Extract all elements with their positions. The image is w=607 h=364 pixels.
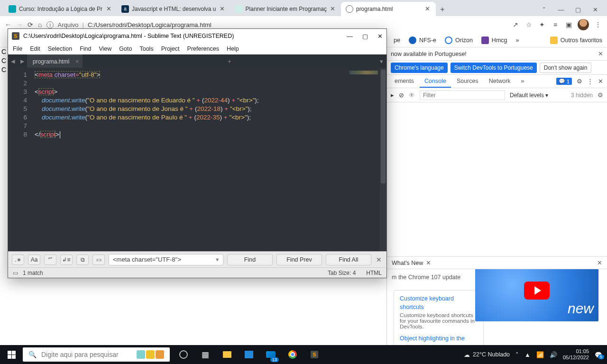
menu-selection[interactable]: Selection bbox=[48, 46, 72, 52]
close-button[interactable]: ✕ bbox=[377, 33, 383, 40]
menu-file[interactable]: File bbox=[13, 46, 22, 52]
log-levels-dropdown[interactable]: Default levels ▾ bbox=[510, 92, 548, 99]
find-highlight-toggle[interactable]: ▭ bbox=[92, 255, 105, 265]
profile-avatar[interactable] bbox=[578, 19, 589, 30]
gear-icon[interactable]: ⚙ bbox=[598, 91, 603, 99]
menu-help[interactable]: Help bbox=[227, 46, 239, 52]
menu-tools[interactable]: Tools bbox=[139, 46, 153, 52]
tray-overflow-icon[interactable]: ˄ bbox=[515, 351, 519, 358]
find-all-button[interactable]: Find All bbox=[326, 254, 371, 265]
card-link[interactable]: Object highlighting in the bbox=[400, 335, 478, 342]
extensions-icon[interactable]: ✦ bbox=[538, 21, 546, 28]
taskbar-clock[interactable]: 01:0505/12/2022 bbox=[563, 348, 589, 361]
drawer-close-icon[interactable]: ✕ bbox=[597, 259, 602, 266]
console-context-icon[interactable]: ▸ bbox=[391, 91, 394, 99]
minimize-button[interactable]: — bbox=[557, 6, 565, 13]
mail-icon[interactable]: 13 bbox=[260, 345, 282, 364]
find-close-icon[interactable]: ✕ bbox=[375, 256, 383, 264]
tab-network[interactable]: Network bbox=[484, 75, 515, 88]
whatsnew-video-thumb[interactable]: new bbox=[475, 269, 598, 321]
bookmark-orizon[interactable]: Orizon bbox=[445, 36, 473, 44]
status-language[interactable]: HTML bbox=[366, 270, 382, 276]
sublime-titlebar[interactable]: S C:\Users\rodri\Desktop\Logica\programa… bbox=[8, 29, 386, 43]
cortana-icon[interactable] bbox=[173, 345, 194, 364]
maximize-button[interactable]: ▢ bbox=[362, 33, 368, 40]
browser-tab-1[interactable]: Curso: Introdução a Lógica de Pr ✕ bbox=[4, 2, 117, 16]
browser-tab-4[interactable]: programa.html ✕ bbox=[341, 2, 436, 16]
editor-area[interactable]: 12345678 <meta charset="utf-8"> <script>… bbox=[8, 68, 386, 251]
wifi-icon[interactable]: 📶 bbox=[536, 351, 544, 358]
find-regex-toggle[interactable]: .∗ bbox=[12, 255, 24, 265]
find-history-dropdown[interactable]: ▾ bbox=[216, 256, 219, 263]
tab-console[interactable]: Console bbox=[420, 75, 451, 88]
star-icon[interactable]: ☆ bbox=[524, 21, 533, 28]
other-bookmarks[interactable]: Outros favoritos bbox=[550, 36, 602, 44]
tab-new-icon[interactable]: + bbox=[224, 55, 235, 68]
menu-project[interactable]: Project bbox=[161, 46, 180, 52]
maximize-button[interactable]: ▢ bbox=[574, 6, 582, 13]
bookmark-cut[interactable]: pe bbox=[394, 37, 400, 44]
file-explorer-icon[interactable] bbox=[216, 345, 238, 364]
status-panel-toggle[interactable]: ▭ bbox=[13, 270, 18, 276]
find-input[interactable]: <meta charset="UTF-8"> ▾ bbox=[109, 254, 223, 265]
taskview-icon[interactable]: ▦ bbox=[194, 345, 216, 364]
devtools-close-icon[interactable]: ✕ bbox=[598, 78, 603, 85]
chrome-icon[interactable] bbox=[282, 345, 304, 364]
volume-icon[interactable]: 🔊 bbox=[550, 351, 557, 358]
hidden-count[interactable]: 3 hidden bbox=[571, 92, 593, 99]
find-whole-toggle[interactable]: “” bbox=[44, 255, 56, 265]
taskbar-search[interactable]: 🔍 Digite aqui para pesquisar bbox=[23, 347, 170, 362]
menu-preferences[interactable]: Preferences bbox=[187, 46, 219, 52]
minimize-button[interactable]: — bbox=[347, 33, 353, 40]
bookmark-nfse[interactable]: NFS-e bbox=[409, 36, 436, 44]
bookmark-hmcg[interactable]: Hmcg bbox=[481, 36, 507, 44]
find-insel-toggle[interactable]: ⧉ bbox=[76, 255, 89, 265]
start-button[interactable] bbox=[0, 345, 23, 364]
tab-nav-right-icon[interactable]: ▶ bbox=[18, 55, 27, 68]
tab-close-icon[interactable]: ✕ bbox=[330, 6, 336, 12]
back-button[interactable]: ← bbox=[5, 21, 11, 28]
find-wrap-toggle[interactable]: ↲≡ bbox=[60, 255, 73, 265]
gear-icon[interactable]: ⚙ bbox=[577, 78, 582, 85]
play-icon[interactable] bbox=[524, 282, 550, 300]
store-icon[interactable] bbox=[238, 345, 260, 364]
editor-tab[interactable]: programa.html × bbox=[27, 55, 83, 68]
clear-console-icon[interactable]: ⊘ bbox=[399, 91, 404, 99]
editor-scrollbar[interactable] bbox=[380, 68, 386, 251]
switch-to-portuguese-button[interactable]: Switch DevTools to Portuguese bbox=[451, 63, 537, 73]
tab-dropdown-icon[interactable]: ▾ bbox=[376, 55, 386, 68]
dont-show-again-button[interactable]: Don't show again bbox=[540, 63, 592, 73]
kebab-icon[interactable]: ⋮ bbox=[587, 78, 593, 85]
browser-tab-3[interactable]: Planner Iniciante em Programaç ✕ bbox=[230, 2, 341, 16]
drawer-tab-close-icon[interactable]: ✕ bbox=[426, 259, 431, 266]
menu-find[interactable]: Find bbox=[80, 46, 91, 52]
tab-close-icon[interactable]: × bbox=[75, 58, 79, 65]
tab-close-icon[interactable]: ✕ bbox=[105, 6, 112, 12]
tabs-overflow[interactable]: » bbox=[516, 75, 529, 88]
console-filter-input[interactable] bbox=[420, 91, 505, 100]
menu-goto[interactable]: Goto bbox=[119, 46, 132, 52]
banner-close-icon[interactable]: ✕ bbox=[598, 50, 603, 57]
card-link[interactable]: Customize keyboard bbox=[400, 295, 478, 302]
card-link[interactable]: shortcuts bbox=[400, 304, 478, 310]
tab-sources[interactable]: Sources bbox=[452, 75, 483, 88]
address-bar[interactable]: i Arquivo | C:/Users/rodri/Desktop/Logic… bbox=[46, 21, 506, 28]
eye-icon[interactable]: 👁 bbox=[409, 92, 415, 99]
new-tab-button[interactable]: + bbox=[436, 3, 449, 16]
status-tabsize[interactable]: Tab Size: 4 bbox=[328, 270, 356, 276]
onedrive-icon[interactable]: ▲ bbox=[524, 351, 531, 358]
close-button[interactable]: ✕ bbox=[591, 6, 599, 13]
action-center-icon[interactable]: 💬5 bbox=[595, 351, 602, 358]
share-icon[interactable]: ↗ bbox=[511, 21, 520, 28]
menu-view[interactable]: View bbox=[99, 46, 111, 52]
sublime-icon[interactable]: S bbox=[304, 345, 325, 364]
forward-button[interactable]: → bbox=[16, 21, 23, 28]
minimap[interactable] bbox=[342, 68, 380, 251]
kebab-menu-icon[interactable]: ⋮ bbox=[594, 21, 602, 28]
tab-nav-left-icon[interactable]: ◀ bbox=[8, 55, 18, 68]
chevron-down-icon[interactable]: ˅ bbox=[540, 6, 548, 13]
tab-close-icon[interactable]: ✕ bbox=[424, 6, 431, 12]
use-chrome-language-button[interactable]: Chrome's language bbox=[391, 63, 448, 73]
whatsnew-card-shortcuts[interactable]: Customize keyboard shortcuts Customize k… bbox=[394, 290, 484, 345]
sidepanel-icon[interactable]: ▣ bbox=[564, 21, 573, 28]
